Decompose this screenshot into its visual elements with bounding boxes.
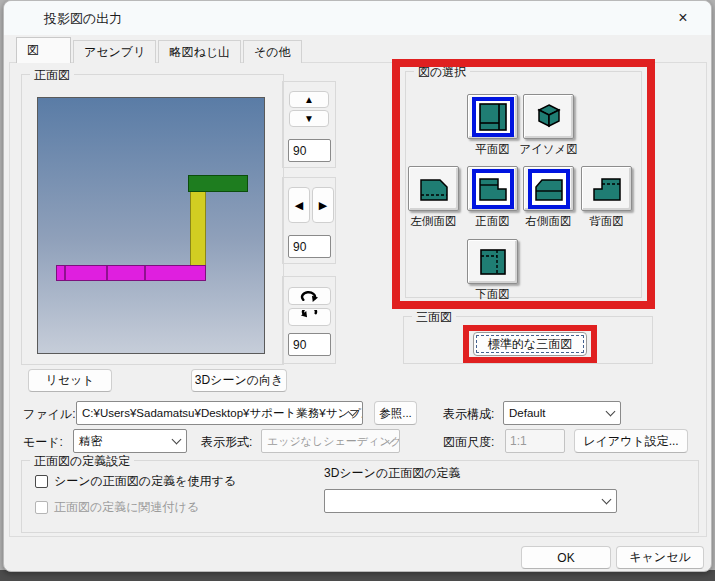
view-button-cell: アイソメ図	[518, 94, 579, 157]
scene-front-def-label: 3Dシーンの正面図の定義	[324, 465, 460, 482]
view-button-label: 下面図	[475, 287, 510, 302]
view-button-cell: 左側面図	[403, 166, 464, 229]
file-path-combobox[interactable]: C:¥Users¥Sadamatsu¥Desktop¥サポート業務¥サンプル	[76, 401, 363, 425]
yaw-angle-input[interactable]	[288, 235, 331, 258]
view-button-cell: 平面図	[462, 94, 523, 157]
pitch-angle-input[interactable]	[288, 139, 331, 162]
chevron-down-icon	[172, 435, 182, 445]
view-button-label: 正面図	[475, 214, 510, 229]
display-style-value: エッジなしシェーディング	[267, 434, 400, 449]
use-scene-front-def-label: シーンの正面図の定義を使用する	[54, 473, 236, 490]
cancel-button[interactable]: キャンセル	[616, 546, 704, 569]
close-icon[interactable]: ×	[669, 7, 697, 29]
preview-magenta-divider	[64, 266, 66, 280]
isometric-view-icon	[533, 102, 565, 132]
drawing-scale-label: 図面尺度:	[443, 434, 494, 451]
tab-other[interactable]: その他	[243, 40, 302, 63]
right-arrow-icon: ▶	[319, 199, 327, 212]
yaw-rotation-group: ◀ ▶	[282, 177, 336, 264]
top-view-icon	[477, 102, 509, 132]
browse-button[interactable]: 参照...	[374, 401, 417, 425]
view-button-cell: 右側面図	[518, 166, 579, 229]
rotate-cw-button[interactable]	[288, 287, 331, 305]
rotate-left-button[interactable]: ◀	[288, 187, 310, 223]
ok-button[interactable]: OK	[521, 546, 611, 569]
down-arrow-icon: ▼	[304, 113, 314, 124]
preview-green-bar	[188, 175, 248, 192]
display-config-value: Default	[509, 407, 545, 419]
left-side-view-button[interactable]	[408, 166, 459, 211]
projection-output-dialog: 投影図の出力 × 図 アセンブリ 略図ねじ山 その他 正面図 リセット	[3, 0, 712, 572]
view-button-cell: 下面図	[462, 239, 523, 302]
link-front-def-checkbox-row: 正面図の定義に関連付ける	[35, 499, 199, 516]
chevron-down-icon	[606, 407, 616, 417]
selection-ring	[413, 169, 455, 209]
selection-ring	[472, 242, 514, 282]
front-view-group-title: 正面図	[30, 67, 74, 84]
front-view-group: 正面図	[21, 74, 284, 365]
pitch-rotation-group: ▲ ▼	[282, 81, 336, 168]
left-side-view-icon	[418, 174, 450, 204]
front-view-button[interactable]	[467, 166, 518, 211]
view-button-label: 平面図	[475, 142, 510, 157]
right-side-view-button[interactable]	[523, 166, 574, 211]
mode-combobox[interactable]: 精密	[73, 429, 187, 453]
tab-thread-outline[interactable]: 略図ねじ山	[158, 40, 241, 63]
view-button-cell: 背面図	[576, 166, 637, 229]
right-side-view-icon	[533, 174, 565, 204]
rotate-up-button[interactable]: ▲	[289, 91, 329, 108]
view-button-cell: 正面図	[462, 166, 523, 229]
tab-assembly[interactable]: アセンブリ	[73, 40, 156, 63]
display-config-label: 表示構成:	[443, 406, 494, 423]
title-bar: 投影図の出力 ×	[4, 1, 711, 35]
tab-zu[interactable]: 図	[16, 37, 71, 63]
rotate-ccw-button[interactable]	[288, 308, 331, 326]
top-view-button[interactable]	[467, 94, 518, 139]
file-label: ファイル:	[23, 406, 75, 423]
roll-rotation-group	[282, 276, 336, 364]
preview-yellow-column	[190, 191, 206, 267]
front-def-group: 正面図の定義設定 シーンの正面図の定義を使用する 正面図の定義に関連付ける 3D…	[21, 460, 699, 533]
display-config-combobox[interactable]: Default	[503, 401, 621, 425]
selection-ring	[528, 97, 570, 137]
scene-front-def-combobox[interactable]	[324, 489, 617, 513]
use-scene-front-def-checkbox-row[interactable]: シーンの正面図の定義を使用する	[35, 473, 236, 490]
layout-settings-button[interactable]: レイアウト設定...	[574, 429, 688, 453]
preview-magenta-divider	[106, 266, 108, 280]
front-view-icon	[477, 174, 509, 204]
chevron-down-icon	[602, 495, 612, 505]
view-button-label: 背面図	[589, 214, 624, 229]
view-button-label: 左側面図	[411, 214, 457, 229]
checkbox-unchecked-icon[interactable]	[35, 475, 48, 488]
rotate-clockwise-icon	[300, 289, 319, 303]
mode-value: 精密	[79, 434, 102, 449]
drawing-scale-input	[505, 429, 565, 453]
rotate-down-button[interactable]: ▼	[289, 110, 329, 127]
preview-magenta-bar	[56, 265, 206, 281]
standard-three-view-button[interactable]: 標準的な三面図	[473, 332, 587, 356]
display-style-label: 表示形式:	[201, 434, 252, 451]
view-button-label: 右側面図	[526, 214, 572, 229]
reset-button[interactable]: リセット	[28, 369, 112, 392]
bottom-view-button[interactable]	[467, 239, 518, 284]
selection-ring	[472, 169, 514, 209]
rotate-counterclockwise-icon	[300, 310, 319, 324]
back-view-button[interactable]	[581, 166, 632, 211]
selection-ring	[528, 169, 570, 209]
scene-orientation-button[interactable]: 3Dシーンの向き	[191, 369, 287, 392]
preview-magenta-divider	[144, 266, 146, 280]
bottom-view-icon	[477, 247, 509, 277]
display-style-combobox: エッジなしシェーディング	[261, 429, 400, 453]
roll-angle-input[interactable]	[288, 333, 331, 356]
link-front-def-label: 正面図の定義に関連付ける	[54, 499, 199, 516]
isometric-view-button[interactable]	[523, 94, 574, 139]
back-view-icon	[591, 174, 623, 204]
file-path-value: C:¥Users¥Sadamatsu¥Desktop¥サポート業務¥サンプル	[82, 406, 363, 421]
left-arrow-icon: ◀	[295, 199, 303, 212]
selection-ring	[586, 169, 628, 209]
checkbox-unchecked-icon	[35, 501, 48, 514]
rotate-right-button[interactable]: ▶	[312, 187, 334, 223]
front-view-preview[interactable]	[37, 97, 265, 354]
view-button-label: アイソメ図	[519, 142, 578, 157]
selection-ring	[472, 97, 514, 137]
